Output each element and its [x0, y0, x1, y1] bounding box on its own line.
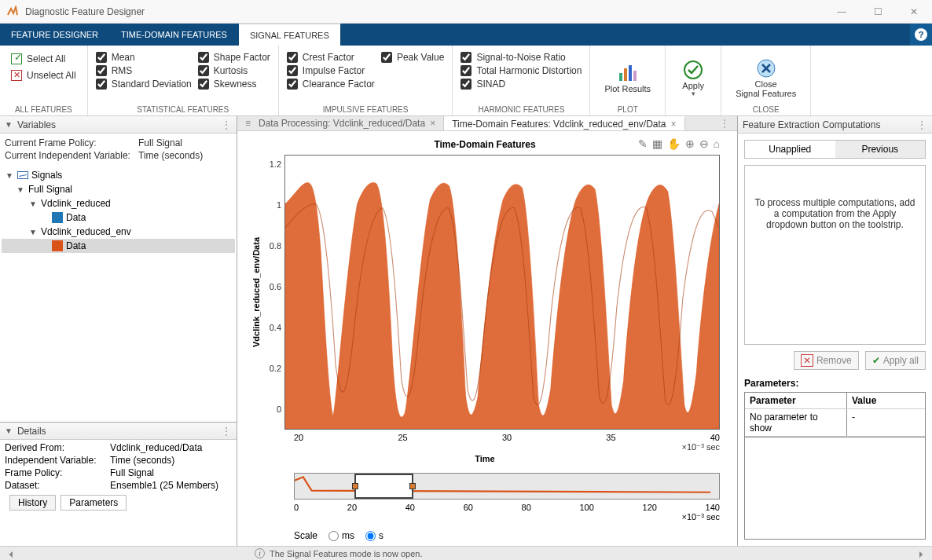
right-menu-icon[interactable]: ⋮ [917, 119, 927, 130]
panner-handle-left[interactable] [352, 483, 358, 489]
chevron-down-icon[interactable]: ▼ [5, 120, 13, 129]
details-menu-icon[interactable]: ⋮ [222, 426, 232, 437]
plot-results-button[interactable]: Plot Results [598, 49, 657, 104]
remove-button[interactable]: ✕Remove [794, 351, 859, 370]
window-title: Diagnostic Feature Designer [25, 6, 824, 17]
svg-rect-0 [619, 73, 622, 81]
overview-x-exponent: ×10⁻³ sec [294, 512, 720, 522]
brush-icon[interactable]: ✎ [638, 137, 648, 150]
ribbon: Select All Unselect All ALL FEATURES Mea… [0, 46, 932, 116]
unselect-all-button[interactable]: Unselect All [8, 68, 79, 82]
blue-swatch-icon [52, 212, 63, 223]
select-all-button[interactable]: Select All [8, 52, 79, 66]
group-plot-label: PLOT [598, 104, 657, 115]
apply-button[interactable]: Apply ▼ [673, 49, 713, 104]
close-tab-icon[interactable]: × [430, 118, 435, 129]
pan-icon[interactable]: ✋ [667, 137, 681, 150]
value-header: Value [847, 393, 881, 408]
details-tab-parameters[interactable]: Parameters [61, 495, 127, 511]
apply-icon [684, 60, 703, 79]
document-tabs: ≡Data Processing: Vdclink_reduced/Data× … [237, 116, 737, 131]
chk-crest-factor[interactable]: Crest Factor [287, 52, 375, 63]
chk-impulse-factor[interactable]: Impulse Factor [287, 65, 375, 76]
remove-icon: ✕ [801, 354, 813, 367]
data-cursor-icon[interactable]: ▦ [652, 137, 662, 150]
chk-kurtosis[interactable]: Kurtosis [198, 65, 270, 76]
param-header: Parameter [745, 393, 847, 408]
tree-full-signal[interactable]: ▼Full Signal [2, 182, 235, 196]
group-all-features-label: ALL FEATURES [8, 104, 79, 115]
close-icon [757, 59, 776, 78]
close-signal-features-button[interactable]: Close Signal Features [729, 49, 802, 104]
orange-swatch-icon [52, 240, 63, 251]
select-all-icon [11, 53, 22, 64]
info-icon: i [255, 548, 265, 558]
y-ticks: 1.210.80.60.40.20 [262, 155, 284, 430]
close-tab-icon[interactable]: × [671, 119, 677, 130]
tab-feature-designer[interactable]: FEATURE DESIGNER [0, 24, 110, 46]
tree-vdc-env-data[interactable]: Data [2, 239, 235, 253]
tree-signals[interactable]: ▼Signals [2, 168, 235, 182]
x-axis-label: Time [250, 454, 720, 463]
doctab-time-domain-features[interactable]: Time-Domain Features: Vdclink_reduced_en… [444, 116, 684, 130]
chk-skewness[interactable]: Skewness [198, 79, 270, 90]
chk-clearance-factor[interactable]: Clearance Factor [287, 79, 375, 90]
tree-vdc-data[interactable]: Data [2, 210, 235, 225]
chk-snr[interactable]: Signal-to-Noise Ratio [460, 52, 582, 63]
matlab-icon [6, 5, 19, 18]
tab-unapplied[interactable]: Unapplied [745, 141, 835, 158]
signal-icon [17, 171, 28, 179]
doctab-data-processing[interactable]: ≡Data Processing: Vdclink_reduced/Data× [237, 116, 444, 130]
overview-x-ticks: 020406080100120140 [294, 503, 720, 512]
group-impulsive-label: IMPULSIVE FEATURES [287, 104, 445, 115]
svg-rect-3 [633, 71, 637, 81]
scale-ms-radio[interactable]: ms [328, 530, 354, 541]
chk-std[interactable]: Standard Deviation [96, 79, 192, 90]
x-ticks: 2025303540 [294, 430, 720, 442]
group-harmonic-label: HARMONIC FEATURES [460, 104, 582, 115]
scale-s-radio[interactable]: s [365, 530, 383, 541]
status-next-icon[interactable]: ⏵ [915, 549, 927, 558]
variables-tree: ▼Signals ▼Full Signal ▼Vdclink_reduced D… [0, 165, 237, 256]
status-prev-icon[interactable]: ⏴ [5, 549, 17, 558]
hamburger-icon: ≡ [245, 118, 251, 129]
home-icon[interactable]: ⌂ [714, 137, 720, 150]
tab-previous[interactable]: Previous [835, 141, 926, 158]
details-tab-history[interactable]: History [9, 495, 56, 511]
panner-selection[interactable] [354, 474, 414, 499]
maximize-button[interactable]: ☐ [860, 0, 896, 24]
svg-rect-2 [629, 65, 632, 81]
parameters-table: ParameterValue No parameter to show- [744, 392, 926, 437]
panner-overview[interactable] [294, 473, 720, 500]
status-bar: ⏴ i The Signal Features mode is now open… [0, 546, 932, 560]
main-axes[interactable] [284, 155, 720, 430]
help-button[interactable]: ? [910, 24, 932, 46]
chevron-down-icon[interactable]: ▼ [5, 426, 13, 435]
apply-all-button[interactable]: ✔Apply all [865, 351, 926, 370]
minimize-button[interactable]: — [824, 0, 860, 24]
chk-peak-value[interactable]: Peak Value [381, 52, 445, 63]
variables-menu-icon[interactable]: ⋮ [222, 119, 232, 130]
plot-icon [618, 64, 638, 82]
chk-mean[interactable]: Mean [96, 52, 192, 63]
panner-handle-right[interactable] [409, 483, 416, 489]
signal-plot [285, 156, 719, 429]
tree-vdclink-reduced-env[interactable]: ▼Vdclink_reduced_env [2, 225, 235, 239]
tab-signal-features[interactable]: SIGNAL FEATURES [239, 24, 341, 46]
details-panel-header: ▼ Details ⋮ [0, 423, 237, 440]
chk-thd[interactable]: Total Harmonic Distortion [460, 65, 582, 76]
group-stat-label: STATISTICAL FEATURES [96, 104, 270, 115]
chk-rms[interactable]: RMS [96, 65, 192, 76]
close-window-button[interactable]: ✕ [896, 0, 932, 24]
tree-vdclink-reduced[interactable]: ▼Vdclink_reduced [2, 196, 235, 210]
apply-all-icon: ✔ [872, 355, 880, 366]
zoom-in-icon[interactable]: ⊕ [685, 137, 695, 150]
doctabs-menu-icon[interactable]: ⋮ [712, 116, 737, 130]
zoom-out-icon[interactable]: ⊖ [699, 137, 709, 150]
no-param-value: - [847, 409, 860, 436]
tab-time-domain-features[interactable]: TIME-DOMAIN FEATURES [110, 24, 239, 46]
status-text: The Signal Features mode is now open. [270, 549, 422, 558]
plot-toolbar: ✎ ▦ ✋ ⊕ ⊖ ⌂ [638, 137, 720, 150]
chk-sinad[interactable]: SINAD [460, 79, 582, 90]
chk-shape-factor[interactable]: Shape Factor [198, 52, 270, 63]
